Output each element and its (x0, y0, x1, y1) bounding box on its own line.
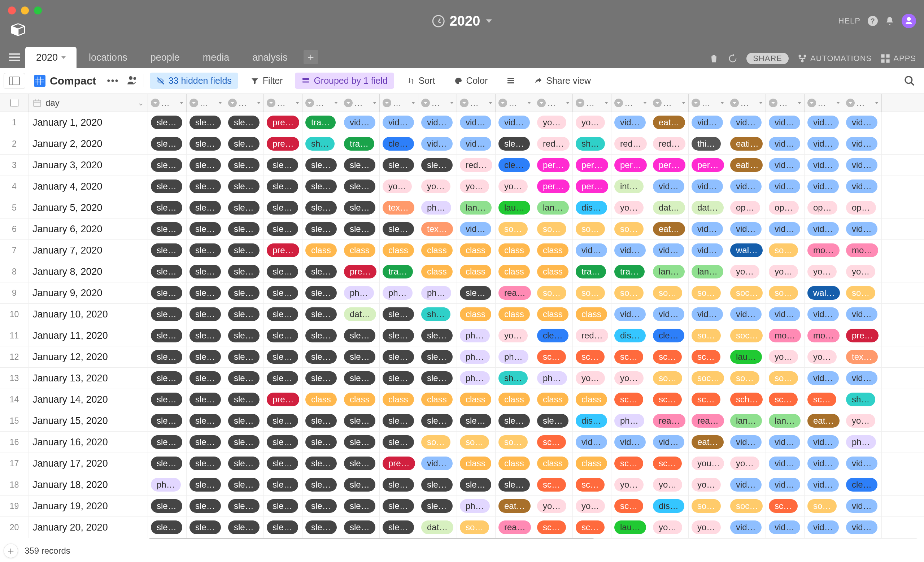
cell-tag[interactable]: so… (804, 496, 843, 517)
cell-tag[interactable]: sle… (303, 517, 341, 538)
cell-tag[interactable]: so… (650, 283, 688, 304)
cell-tag[interactable]: class (534, 304, 573, 325)
table-row[interactable]: 1January 1, 2020sle…sle…sle…pre…tra…vid…… (0, 112, 924, 133)
add-row-button[interactable]: ＋ (4, 544, 18, 558)
cell-tag[interactable]: sle… (187, 304, 225, 325)
cell-tag[interactable]: op… (804, 197, 843, 218)
cell-tag[interactable]: cle… (843, 474, 882, 495)
cell-tag[interactable]: sc… (611, 453, 650, 474)
column-header-field[interactable]: … (418, 94, 457, 111)
cell-tag[interactable]: sle… (303, 325, 341, 346)
cell-day[interactable]: January 4, 2020 (29, 176, 148, 197)
cell-tag[interactable]: sle… (303, 410, 341, 431)
cell-tag[interactable]: vid… (766, 218, 804, 239)
cell-tag[interactable]: vid… (843, 218, 882, 239)
cell-tag[interactable]: lan… (766, 410, 804, 431)
cell-tag[interactable]: sc… (650, 453, 688, 474)
cell-tag[interactable]: tex… (418, 218, 457, 239)
cell-tag[interactable]: so… (457, 431, 496, 452)
cell-tag[interactable]: lau… (496, 197, 534, 218)
cell-tag[interactable]: yo… (766, 346, 804, 367)
cell-tag[interactable]: red… (534, 133, 573, 154)
cell-tag[interactable]: yo… (650, 517, 688, 538)
table-row[interactable]: 16January 16, 2020sle…sle…sle…sle…sle…sl… (0, 431, 924, 453)
cell-tag[interactable]: eat… (804, 410, 843, 431)
table-row[interactable]: 3January 3, 2020sle…sle…sle…sle…sle…sle…… (0, 155, 924, 176)
cell-tag[interactable]: tra… (611, 261, 650, 282)
cell-tag[interactable]: ph… (457, 368, 496, 389)
cell-tag[interactable]: vid… (766, 517, 804, 538)
cell-tag[interactable]: vid… (611, 304, 650, 325)
cell-tag[interactable]: dat… (341, 304, 380, 325)
cell-tag[interactable]: sle… (341, 517, 380, 538)
cell-tag[interactable]: ph… (457, 496, 496, 517)
column-header-field[interactable]: … (187, 94, 225, 111)
cell-tag[interactable]: lan… (688, 261, 727, 282)
cell-tag[interactable]: vid… (727, 474, 766, 495)
cell-tag[interactable]: sle… (264, 517, 303, 538)
cell-tag[interactable]: vid… (804, 517, 843, 538)
cell-tag[interactable]: sle… (303, 346, 341, 367)
cell-tag[interactable]: class (496, 304, 534, 325)
cell-tag[interactable]: sh… (303, 133, 341, 154)
cell-tag[interactable]: yo… (573, 112, 611, 133)
cell-tag[interactable]: sle… (225, 517, 264, 538)
cell-tag[interactable]: sle… (148, 112, 187, 133)
cell-tag[interactable]: dis… (573, 410, 611, 431)
cell-day[interactable]: January 12, 2020 (29, 346, 148, 367)
cell-tag[interactable]: sc… (573, 346, 611, 367)
cell-tag[interactable]: sc… (534, 517, 573, 538)
cell-tag[interactable]: vid… (804, 176, 843, 197)
cell-tag[interactable]: vid… (804, 155, 843, 176)
cell-tag[interactable]: sle… (148, 176, 187, 197)
cell-tag[interactable]: so… (766, 283, 804, 304)
share-button[interactable]: SHARE (746, 53, 789, 64)
cell-tag[interactable]: tra… (341, 133, 380, 154)
cell-tag[interactable]: sle… (303, 431, 341, 452)
cell-tag[interactable]: vid… (611, 431, 650, 452)
table-row[interactable]: 13January 13, 2020sle…sle…sle…sle…sle…sl… (0, 368, 924, 389)
cell-tag[interactable]: yo… (496, 325, 534, 346)
cell-tag[interactable]: sle… (225, 325, 264, 346)
close-window-button[interactable] (8, 6, 16, 15)
cell-tag[interactable]: sle… (341, 368, 380, 389)
cell-tag[interactable]: sle… (303, 155, 341, 176)
cell-tag[interactable]: pre… (264, 389, 303, 410)
cell-tag[interactable]: per… (688, 155, 727, 176)
cell-tag[interactable]: mo… (843, 240, 882, 261)
cell-tag[interactable]: so… (418, 431, 457, 452)
cell-tag[interactable]: sle… (534, 410, 573, 431)
cell-tag[interactable]: sle… (264, 325, 303, 346)
cell-tag[interactable]: sle… (341, 155, 380, 176)
cell-tag[interactable]: sle… (187, 283, 225, 304)
cell-tag[interactable]: sle… (380, 410, 418, 431)
cell-tag[interactable]: sle… (225, 218, 264, 239)
cell-day[interactable]: January 16, 2020 (29, 431, 148, 452)
cell-tag[interactable]: tex… (843, 346, 882, 367)
column-header-field[interactable]: … (496, 94, 534, 111)
cell-tag[interactable]: sc… (534, 474, 573, 495)
cell-day[interactable]: January 9, 2020 (29, 283, 148, 304)
trash-icon[interactable] (709, 53, 719, 63)
cell-tag[interactable]: sle… (148, 431, 187, 452)
cell-tag[interactable]: sle… (341, 474, 380, 495)
cell-tag[interactable]: vid… (804, 453, 843, 474)
cell-tag[interactable]: sle… (303, 176, 341, 197)
cell-tag[interactable]: ph… (496, 346, 534, 367)
cell-tag[interactable]: so… (688, 325, 727, 346)
cell-tag[interactable]: sle… (418, 155, 457, 176)
cell-tag[interactable]: vid… (843, 176, 882, 197)
cell-day[interactable]: January 7, 2020 (29, 240, 148, 261)
cell-tag[interactable]: per… (534, 155, 573, 176)
cell-tag[interactable]: vid… (457, 218, 496, 239)
cell-tag[interactable]: sle… (148, 304, 187, 325)
cell-tag[interactable]: class (534, 389, 573, 410)
cell-day[interactable]: January 18, 2020 (29, 474, 148, 495)
cell-tag[interactable]: ph… (341, 283, 380, 304)
cell-tag[interactable]: per… (534, 176, 573, 197)
cell-tag[interactable]: sle… (148, 453, 187, 474)
table-row[interactable]: 19January 19, 2020sle…sle…sle…sle…sle…sl… (0, 496, 924, 517)
cell-tag[interactable]: sle… (187, 133, 225, 154)
cell-tag[interactable]: sh… (843, 389, 882, 410)
share-view-button[interactable]: Share view (527, 73, 597, 89)
